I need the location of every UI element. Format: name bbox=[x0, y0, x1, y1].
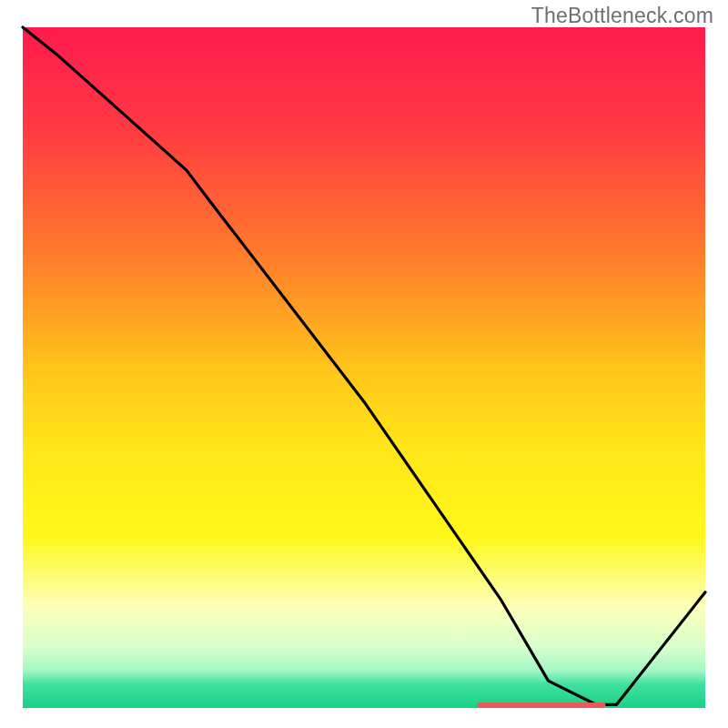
chart-plot bbox=[0, 0, 728, 728]
chart-canvas: TheBottleneck.com bbox=[0, 0, 728, 728]
plot-background bbox=[23, 27, 705, 708]
